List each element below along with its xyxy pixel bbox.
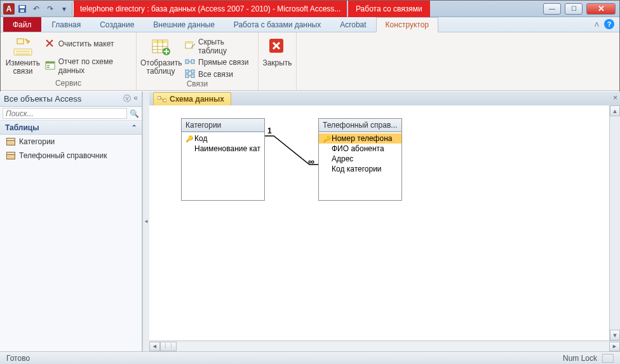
table-header: Категории: [182, 119, 264, 132]
tab-home[interactable]: Главная: [43, 17, 91, 32]
table-header: Телефонный справ...: [319, 119, 401, 132]
schema-report-label: Отчет по схеме данных: [58, 57, 132, 75]
schema-icon: [158, 95, 166, 103]
nav-item-table[interactable]: Категории: [0, 135, 142, 149]
close-schema-button[interactable]: Закрыть: [262, 35, 292, 67]
tab-external[interactable]: Внешние данные: [144, 17, 224, 32]
hide-table-icon: [185, 41, 195, 51]
view-button[interactable]: [602, 354, 614, 363]
nav-title: Все объекты Access: [4, 94, 81, 104]
minimize-button[interactable]: —: [543, 3, 561, 15]
close-doc-icon[interactable]: ×: [613, 93, 617, 102]
nav-item-label: Телефонный справочник: [19, 151, 107, 160]
scroll-up-icon[interactable]: ▲: [610, 105, 620, 116]
table-field[interactable]: Код категории: [319, 164, 401, 174]
titlebar: A ↶ ↷ ▾ telephone directory : база данны…: [1, 1, 619, 17]
ribbon-tabs: Файл Главная Создание Внешние данные Раб…: [1, 17, 619, 32]
tab-dbtools[interactable]: Работа с базами данных: [224, 17, 330, 32]
nav-dropdown-icon[interactable]: ⓥ: [123, 93, 131, 104]
window-title: telephone directory : база данных (Acces…: [74, 1, 347, 17]
doc-tab-label: Схема данных: [170, 95, 224, 104]
svg-rect-6: [46, 62, 55, 64]
doc-tab-schema[interactable]: Схема данных: [153, 92, 231, 105]
all-links-label: Все связи: [198, 70, 233, 79]
context-tab-label: Работа со связями: [348, 1, 430, 17]
table-field[interactable]: 🔑Код: [182, 133, 264, 144]
all-links-button[interactable]: Все связи: [185, 69, 254, 79]
ribbon: Изменить связи Очистить макет Отчет по с…: [1, 32, 619, 91]
qat-redo-icon[interactable]: ↷: [44, 3, 57, 15]
table-categories[interactable]: Категории 🔑Код Наименование кат: [181, 118, 265, 201]
qat-customize-icon[interactable]: ▾: [58, 3, 71, 15]
nav-section-tables[interactable]: Таблицы ⌃: [0, 121, 142, 135]
scroll-left-icon[interactable]: ◄: [149, 342, 160, 351]
key-icon: 🔑: [323, 135, 329, 142]
table-icon: [6, 152, 15, 159]
minimize-ribbon-icon[interactable]: ᐱ: [595, 21, 599, 28]
group-service-label: Сервис: [4, 79, 132, 89]
horizontal-scrollbar[interactable]: ◄ ⋮⋮ ►: [149, 340, 620, 351]
scroll-down-icon[interactable]: ▼: [610, 330, 620, 340]
tab-create[interactable]: Создание: [90, 17, 144, 32]
direct-links-button[interactable]: Прямые связи: [185, 57, 254, 67]
svg-rect-4: [17, 39, 24, 44]
svg-rect-16: [185, 70, 189, 73]
tab-file[interactable]: Файл: [3, 17, 41, 32]
nav-section-label: Таблицы: [5, 123, 39, 132]
maximize-button[interactable]: ☐: [565, 3, 583, 15]
table-field[interactable]: 🔑Номер телефона: [319, 133, 401, 144]
qat-save-icon[interactable]: [16, 3, 29, 15]
nav-item-table[interactable]: Телефонный справочник: [0, 149, 142, 163]
direct-links-icon: [185, 57, 195, 67]
table-icon: [6, 138, 15, 145]
close-window-button[interactable]: ✕: [586, 3, 616, 15]
vertical-scrollbar[interactable]: ▲ ▼: [609, 105, 620, 340]
table-field[interactable]: Адрес: [319, 154, 401, 164]
document-tabs: Схема данных ×: [149, 91, 620, 105]
svg-rect-19: [191, 74, 194, 78]
direct-links-label: Прямые связи: [198, 58, 249, 67]
svg-rect-13: [185, 42, 192, 44]
hide-table-label: Скрыть таблицу: [198, 37, 254, 55]
tab-acrobat[interactable]: Acrobat: [330, 17, 375, 32]
relationship-canvas[interactable]: Категории 🔑Код Наименование кат Телефонн…: [149, 105, 609, 340]
svg-rect-21: [158, 97, 161, 99]
close-label: Закрыть: [262, 59, 292, 67]
help-icon[interactable]: ?: [604, 19, 614, 29]
app-icon: A: [3, 3, 15, 15]
show-table-button[interactable]: Отобразить таблицу: [140, 35, 181, 76]
svg-rect-22: [163, 99, 166, 102]
svg-rect-7: [47, 65, 50, 66]
qat-undo-icon[interactable]: ↶: [30, 3, 43, 15]
status-numlock: Num Lock: [563, 354, 597, 363]
hide-table-button[interactable]: Скрыть таблицу: [185, 37, 254, 55]
show-table-label: Отобразить таблицу: [140, 59, 181, 76]
rel-one-label: 1: [267, 126, 272, 135]
schema-report-button[interactable]: Отчет по схеме данных: [45, 57, 132, 75]
section-collapse-icon: ⌃: [131, 124, 137, 131]
scroll-split-icon[interactable]: ⋮⋮: [160, 342, 177, 351]
report-icon: [45, 61, 55, 71]
search-input[interactable]: [3, 108, 127, 119]
edit-links-button[interactable]: Изменить связи: [4, 35, 41, 76]
tab-designer[interactable]: Конструктор: [376, 17, 438, 32]
svg-rect-17: [191, 70, 194, 73]
svg-rect-8: [47, 67, 50, 68]
table-telephone[interactable]: Телефонный справ... 🔑Номер телефона ФИО …: [318, 118, 402, 201]
scroll-right-icon[interactable]: ►: [609, 342, 620, 351]
edit-links-label: Изменить связи: [4, 59, 41, 76]
clear-layout-button[interactable]: Очистить макет: [45, 39, 132, 49]
status-ready: Готово: [6, 354, 30, 363]
group-links-label: Связи: [140, 79, 254, 90]
nav-collapse-icon[interactable]: «: [133, 93, 138, 104]
rel-many-label: ∞: [308, 156, 314, 166]
nav-item-label: Категории: [19, 137, 55, 146]
table-field[interactable]: Наименование кат: [182, 144, 264, 154]
navigation-pane: Все объекты Access ⓥ « 🔍 Таблицы ⌃ Катег…: [0, 91, 142, 351]
svg-rect-1: [20, 6, 25, 8]
nav-splitter[interactable]: ◄: [142, 91, 149, 351]
table-field[interactable]: ФИО абонента: [319, 144, 401, 154]
clear-layout-label: Очистить макет: [58, 39, 114, 48]
svg-rect-10: [152, 40, 168, 43]
search-icon[interactable]: 🔍: [130, 109, 139, 118]
